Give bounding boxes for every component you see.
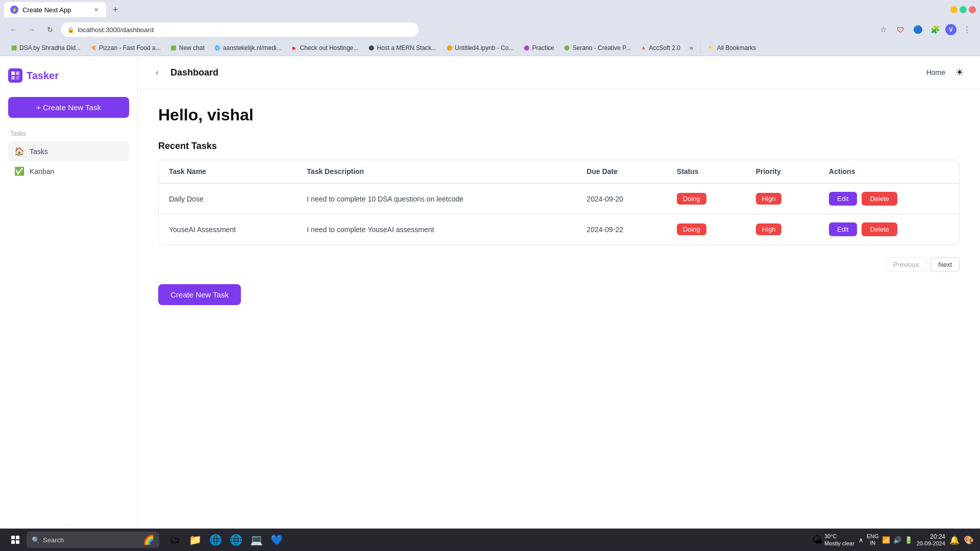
bookmark-icon-untitled: 🟠: [446, 44, 453, 52]
maximize-btn[interactable]: □: [960, 6, 967, 13]
taskbar-app-files[interactable]: 🗂: [165, 531, 184, 549]
bookmark-more-icon: »: [690, 44, 693, 52]
speaker-icon[interactable]: 🔊: [893, 536, 901, 544]
status-badge: Doing: [677, 193, 706, 205]
bookmark-mern[interactable]: ⚫ Host a MERN Stack...: [363, 43, 440, 53]
notification-bell-icon[interactable]: 🔔: [949, 535, 960, 545]
bookmark-untitled[interactable]: 🟠 Untitled4.ipynb - Co...: [442, 43, 518, 53]
chevron-up-icon[interactable]: ∧: [859, 536, 864, 544]
taskbar-app-chrome2[interactable]: 🌐: [227, 531, 245, 549]
tasks-table-container: Task Name Task Description Due Date Stat…: [158, 160, 960, 245]
col-due-date: Due Date: [576, 160, 666, 183]
bookmark-newchat[interactable]: 🟩 New chat: [166, 43, 209, 53]
col-priority: Priority: [746, 160, 819, 183]
minimize-btn[interactable]: −: [950, 6, 958, 13]
start-button[interactable]: [6, 531, 24, 549]
cell-task-desc: I need to complete YouseAI assessment: [297, 214, 576, 245]
theme-toggle-btn[interactable]: ☀: [951, 64, 968, 81]
bookmark-label-practice: Practice: [532, 44, 554, 52]
edit-task-btn[interactable]: Edit: [829, 192, 856, 206]
forward-btn[interactable]: →: [24, 22, 39, 37]
menu-btn[interactable]: ⋮: [960, 22, 974, 37]
cell-status: Doing: [667, 183, 746, 214]
close-btn[interactable]: ✕: [969, 6, 976, 13]
new-tab-btn[interactable]: +: [108, 3, 122, 17]
sidebar-item-tasks[interactable]: 🏠 Tasks: [8, 141, 129, 161]
page-body: Hello, vishal Recent Tasks Task Name Tas…: [138, 89, 980, 321]
col-status: Status: [667, 160, 746, 183]
tasks-table: Task Name Task Description Due Date Stat…: [159, 160, 959, 244]
bookmark-label-accsoft: AccSoft 2.0: [649, 44, 680, 52]
url-text: localhost:3000/dashboard: [78, 26, 412, 34]
battery-icon[interactable]: 🔋: [904, 536, 913, 544]
browser-chrome: ⚡ Create Next App ✕ + − □ ✕ ← → ↻ 🔒 loca…: [0, 0, 980, 56]
taskbar-apps: 🗂 📁 🌐 🌐 💻 💙: [165, 531, 286, 549]
status-badge: Doing: [677, 223, 706, 235]
app-container: Tasker + Create New Task Tasks 🏠 Tasks ✅…: [0, 56, 980, 551]
bookmark-label-all: All Bookmarks: [717, 44, 756, 52]
browser-titlebar: ⚡ Create Next App ✕ + − □ ✕: [0, 0, 980, 19]
weather-widget[interactable]: 🌤 30°C Mostly clear: [812, 533, 854, 547]
system-clock[interactable]: 20:24 20-09-2024: [917, 533, 945, 546]
taskbar-app-vs[interactable]: 💙: [267, 531, 286, 549]
cell-status: Doing: [667, 214, 746, 245]
toolbar-actions: ☆ 🛡 🔵 🧩 V ⋮: [876, 22, 974, 37]
bookmark-label-aan: aanstekelijk.nl/medi...: [223, 44, 282, 52]
taskbar-app-chrome[interactable]: 🌐: [206, 531, 225, 549]
bookmark-icon-newchat: 🟩: [170, 44, 177, 52]
bookmark-aan[interactable]: 🌐 aanstekelijk.nl/medi...: [210, 43, 286, 53]
logo-text: Tasker: [27, 70, 59, 82]
back-btn[interactable]: ←: [6, 22, 20, 37]
search-placeholder: Search: [43, 536, 64, 544]
sidebar-tasks-label: Tasks: [30, 147, 48, 156]
addon-icon-2[interactable]: 🔵: [911, 22, 925, 37]
window-controls: − □ ✕: [950, 6, 976, 13]
bookmark-label-dsa: DSA by Shradha Did...: [19, 44, 81, 52]
bookmark-hostinge[interactable]: ▶ Check out Hostinge...: [287, 43, 363, 53]
recent-tasks-title: Recent Tasks: [158, 141, 960, 152]
taskbar-app-explorer[interactable]: 📁: [186, 531, 204, 549]
refresh-btn[interactable]: ↻: [43, 22, 57, 37]
collapse-sidebar-btn[interactable]: ‹: [150, 65, 164, 80]
cell-actions: Edit Delete: [819, 183, 959, 214]
sidebar-item-kanban[interactable]: ✅ Kanban: [8, 161, 129, 181]
next-page-btn[interactable]: Next: [930, 257, 960, 272]
addon-icon-3[interactable]: 🧩: [928, 22, 942, 37]
home-link[interactable]: Home: [926, 68, 945, 77]
bookmark-pizzan[interactable]: 🍕 Pizzan - Fast Food a...: [86, 43, 165, 53]
bookmark-star-btn[interactable]: ☆: [876, 22, 890, 37]
bookmark-dsa[interactable]: 🟩 DSA by Shradha Did...: [6, 43, 85, 53]
color-palette-icon[interactable]: 🎨: [964, 535, 974, 545]
profile-btn[interactable]: V: [945, 24, 957, 35]
addon-icon-1[interactable]: 🛡: [893, 22, 908, 37]
wifi-icon[interactable]: 📶: [882, 536, 890, 544]
bookmark-icon-accsoft: 🔺: [640, 44, 647, 52]
bookmark-more[interactable]: »: [685, 43, 697, 53]
bookmark-icon-aan: 🌐: [214, 44, 221, 52]
taskbar-app-vscode[interactable]: 💻: [247, 531, 265, 549]
table-row: Daily Dose I need to complete 10 DSA que…: [159, 183, 959, 214]
bookmark-serano[interactable]: 🟢 Serano - Creative P...: [559, 43, 635, 53]
tab-close-btn[interactable]: ✕: [92, 6, 100, 14]
tasks-home-icon: 🏠: [14, 146, 24, 156]
pagination: Previous Next: [158, 257, 960, 272]
language-indicator[interactable]: ENGIN: [867, 533, 879, 546]
edit-task-btn[interactable]: Edit: [829, 222, 856, 236]
sidebar-create-task-btn[interactable]: + Create New Task: [8, 97, 129, 118]
bookmark-all[interactable]: 📁 All Bookmarks: [704, 43, 761, 53]
delete-task-btn[interactable]: Delete: [862, 192, 897, 206]
address-bar[interactable]: 🔒 localhost:3000/dashboard: [61, 22, 419, 37]
cell-actions: Edit Delete: [819, 214, 959, 245]
col-task-name: Task Name: [159, 160, 297, 183]
bookmark-accsoft[interactable]: 🔺 AccSoft 2.0: [636, 43, 684, 53]
delete-task-btn[interactable]: Delete: [862, 222, 897, 236]
taskbar-search[interactable]: 🔍 Search 🌈: [27, 532, 159, 548]
greeting-text: Hello, vishal: [158, 106, 960, 124]
cell-task-name: Daily Dose: [159, 183, 297, 214]
bookmark-label-hostinge: Check out Hostinge...: [300, 44, 359, 52]
bookmark-practice[interactable]: 🟣 Practice: [519, 43, 558, 53]
previous-page-btn[interactable]: Previous: [886, 257, 927, 272]
active-tab[interactable]: ⚡ Create Next App ✕: [4, 2, 106, 17]
priority-badge: High: [756, 193, 782, 205]
create-task-main-btn[interactable]: Create New Task: [158, 284, 241, 305]
